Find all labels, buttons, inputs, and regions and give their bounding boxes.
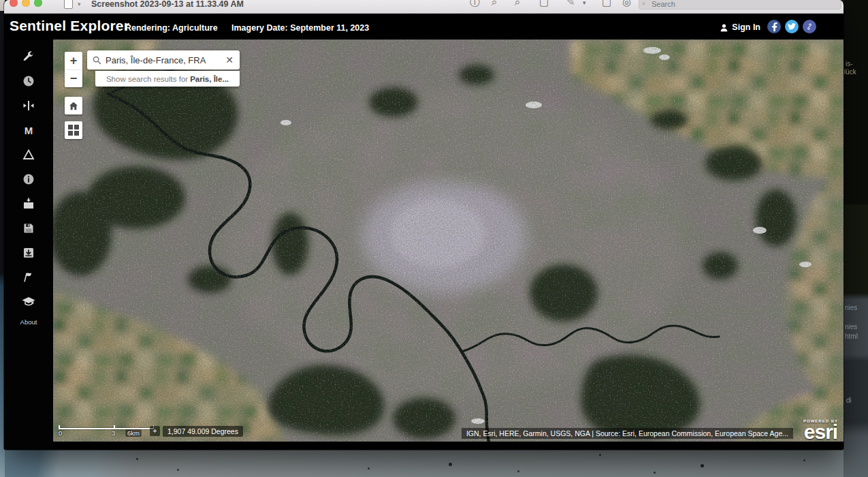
background-text-fragment: nies bbox=[845, 304, 857, 311]
zoom-controls: + − bbox=[65, 52, 82, 87]
background-text-fragment: nies bbox=[845, 323, 857, 330]
zoom-in-button[interactable]: + bbox=[65, 52, 82, 70]
add-to-project-icon[interactable] bbox=[16, 191, 41, 216]
preview-window: ▾ Screenshot 2023-09-13 at 11.33.49 AM ⓘ… bbox=[4, 0, 843, 450]
markup-pencil-icon[interactable]: ✎ bbox=[566, 0, 575, 8]
home-button[interactable] bbox=[65, 97, 82, 114]
app-header: Sentinel Explorer Rendering: Agriculture… bbox=[4, 14, 843, 40]
time-clock-icon[interactable] bbox=[16, 69, 41, 93]
about-link[interactable]: About bbox=[20, 318, 37, 326]
minimize-traffic-light[interactable] bbox=[22, 0, 30, 7]
zoom-out-button[interactable]: − bbox=[65, 70, 82, 87]
crop-icon[interactable]: ▢ bbox=[539, 0, 549, 8]
coordinate-widget: + 1,907 49.009 Degrees bbox=[150, 425, 243, 437]
zoom-traffic-light[interactable] bbox=[34, 0, 42, 7]
esri-logo[interactable]: POWERED BY esri bbox=[803, 419, 838, 441]
swipe-compare-icon[interactable] bbox=[16, 93, 41, 118]
identify-info-icon[interactable] bbox=[16, 167, 41, 191]
scale-label-mid: 3 bbox=[112, 429, 115, 437]
document-proxy-icon[interactable] bbox=[64, 0, 73, 9]
app-body: M About bbox=[4, 40, 843, 449]
background-text-fragment: lück bbox=[844, 68, 856, 76]
window-titlebar: ▾ Screenshot 2023-09-13 at 11.33.49 AM ⓘ… bbox=[4, 0, 843, 14]
background-text-fragment: di bbox=[846, 397, 852, 404]
rotate-icon[interactable]: ▢ bbox=[602, 0, 611, 8]
twitter-icon[interactable] bbox=[785, 20, 799, 33]
map-search-input[interactable] bbox=[106, 55, 219, 65]
esri-wordmark: esri bbox=[803, 423, 838, 441]
window-title: Screenshot 2023-09-13 at 11.33.49 AM bbox=[91, 0, 244, 9]
search-suggestion[interactable]: Show search results forParis, Île... bbox=[95, 71, 240, 87]
person-icon bbox=[720, 23, 728, 32]
desktop-pebbles bbox=[136, 458, 138, 460]
sign-in-button[interactable]: Sign In bbox=[720, 22, 760, 32]
basemap-grid-icon bbox=[68, 125, 79, 136]
coordinates-readout: 1,907 49.009 Degrees bbox=[163, 426, 243, 437]
imagery-date-label: Imagery Date: September 11, 2023 bbox=[231, 23, 369, 33]
map-search-box: ✕ bbox=[87, 50, 240, 70]
rendering-label: Rendering: Agriculture bbox=[125, 23, 218, 33]
background-text-fragment: html bbox=[845, 333, 858, 340]
tools-wrench-icon[interactable] bbox=[16, 44, 41, 69]
clear-search-icon[interactable]: ✕ bbox=[219, 55, 240, 65]
learn-graduation-cap-icon[interactable] bbox=[16, 290, 41, 314]
facebook-icon[interactable] bbox=[767, 20, 781, 33]
draw-flag-icon[interactable] bbox=[16, 265, 41, 290]
zoom-out-icon[interactable]: ⌕ bbox=[492, 0, 497, 8]
basemap-button[interactable] bbox=[65, 121, 82, 139]
zoom-in-icon[interactable]: ⌕ bbox=[515, 0, 520, 8]
map-canvas[interactable]: + − ✕ Show search results forParis, Île.… bbox=[53, 40, 843, 442]
save-icon[interactable] bbox=[16, 216, 41, 241]
info-icon[interactable]: ⓘ bbox=[470, 0, 480, 9]
search-icon bbox=[93, 56, 101, 65]
desktop-beach bbox=[0, 446, 868, 477]
search-icon: ⌕ bbox=[642, 0, 646, 7]
scale-label-end: 6km bbox=[125, 429, 142, 437]
app-title: Sentinel Explorer bbox=[10, 18, 129, 34]
scale-label-start: 0 bbox=[59, 429, 62, 437]
chevron-down-icon[interactable]: ▾ bbox=[78, 1, 81, 7]
share-link-icon[interactable] bbox=[803, 20, 816, 33]
export-download-icon[interactable] bbox=[16, 241, 41, 265]
desktop-right-strip: is- lück nies nies html di bbox=[843, 0, 868, 477]
map-attribution: IGN, Esri, HERE, Garmin, USGS, NGA | Sou… bbox=[462, 428, 793, 439]
close-traffic-light[interactable] bbox=[10, 0, 18, 7]
tool-sidebar: M About bbox=[4, 40, 53, 449]
satellite-imagery bbox=[53, 40, 843, 442]
background-text-fragment: is- bbox=[846, 60, 853, 67]
markup-chevron-icon[interactable]: ▾ bbox=[583, 0, 586, 6]
more-tools-icon[interactable]: ◎ bbox=[622, 0, 631, 8]
modes-m-icon[interactable]: M bbox=[16, 118, 41, 142]
crosshair-toggle[interactable]: + bbox=[150, 426, 160, 436]
home-icon bbox=[69, 102, 78, 110]
change-triangle-icon[interactable] bbox=[16, 142, 41, 167]
scale-bar: 0 3 6km bbox=[59, 428, 154, 437]
titlebar-search-input[interactable] bbox=[639, 0, 841, 10]
